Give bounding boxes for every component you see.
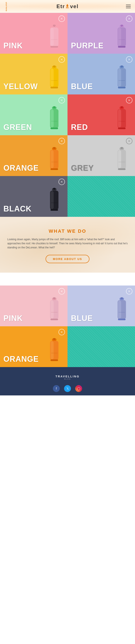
svg-rect-69 [51,341,54,359]
color-cell-black: ✕ BLACK [0,176,68,217]
bottle-pink2 [46,297,62,325]
close-button-blue2[interactable]: ✕ [126,288,132,294]
color-grid-2: ✕ PINK ✕ BLUE ✕ [0,286,135,367]
svg-rect-3 [51,28,54,46]
close-button-red[interactable]: ✕ [126,97,132,104]
svg-rect-22 [118,87,125,88]
what-we-do-section: WHAT WE DO Looking down again, Marty jum… [0,217,135,273]
color-label-yellow: YELLOW [4,82,38,91]
twitter-label: 𝕏 [66,387,69,390]
svg-rect-63 [118,300,121,318]
close-button-green[interactable]: ✕ [58,97,65,104]
footer-logo-area: TRAVELLING BLOG [0,371,135,382]
facebook-label: f [56,387,57,390]
svg-rect-33 [118,110,121,128]
footer-social-icons: f 𝕏 ◯ [0,382,135,396]
svg-point-49 [53,188,55,190]
svg-point-55 [53,297,55,299]
svg-rect-27 [51,110,54,128]
svg-rect-28 [51,128,58,129]
color-label-blue2: BLUE [71,314,93,323]
bottle-pink [46,25,62,52]
svg-point-25 [53,106,55,108]
close-button-pink[interactable]: ✕ [58,16,65,22]
svg-rect-34 [118,128,125,129]
menu-line-1 [126,5,131,5]
instagram-icon[interactable]: ◯ [75,385,82,392]
svg-point-1 [53,25,55,26]
svg-point-31 [121,106,123,108]
close-button-grey[interactable]: ✕ [126,138,132,144]
svg-rect-21 [118,69,121,87]
svg-point-61 [121,297,123,299]
close-button-black[interactable]: ✕ [58,178,65,185]
svg-rect-52 [51,209,58,210]
color-cell-teal2-empty [68,326,135,367]
bottle-orange2 [46,338,62,366]
twitter-icon[interactable]: 𝕏 [64,385,71,392]
footer-logo-text: TRAVELLING [55,375,80,378]
color-cell-pink: ✕ PINK [0,13,68,54]
svg-rect-57 [51,300,54,318]
instagram-label: ◯ [77,387,80,390]
color-cell-blue: ✕ BLUE [68,54,135,94]
logo: Etr♗vel [57,4,79,10]
menu-button[interactable] [126,5,131,8]
header: RUNLIFE® Etr♗vel [0,0,135,13]
what-we-do-text: Looking down again, Marty jumps off the … [7,238,128,250]
svg-rect-70 [51,359,58,361]
color-label-purple: PURPLE [71,41,104,50]
bottle-orange [46,147,62,175]
svg-point-43 [121,147,123,149]
color-cell-purple: ✕ PURPLE [68,13,135,54]
color-label-pink: PINK [4,41,23,50]
svg-rect-51 [51,191,54,209]
footer-logo-sub: BLOG [64,378,71,380]
footer: TRAVELLING BLOG f 𝕏 ◯ [0,367,135,396]
color-label-orange: ORANGE [4,164,39,172]
svg-rect-39 [51,150,54,168]
menu-line-2 [126,6,131,7]
menu-line-3 [126,8,131,8]
color-cell-grey: ✕ GREY [68,135,135,176]
close-button-purple[interactable]: ✕ [126,16,132,22]
bottle-red [113,106,130,134]
side-text: RUNLIFE® [6,2,7,11]
svg-rect-46 [118,168,125,170]
bottle-yellow [46,66,62,94]
color-cell-green: ✕ GREEN [0,94,68,135]
svg-rect-16 [51,87,58,88]
close-button-pink2[interactable]: ✕ [58,288,65,294]
close-button-orange[interactable]: ✕ [58,138,65,144]
svg-point-67 [53,338,55,340]
close-button-orange2[interactable]: ✕ [58,329,65,335]
svg-point-37 [53,147,55,149]
color-cell-yellow: ✕ YELLOW [0,54,68,94]
color-label-blue: BLUE [71,82,93,91]
more-about-button[interactable]: MORE ABOUT US [46,255,89,263]
close-button-yellow[interactable]: ✕ [58,56,65,63]
svg-rect-45 [118,150,121,168]
bottle-blue2 [113,297,130,325]
color-cell-orange2: ✕ ORANGE [0,326,68,367]
svg-rect-10 [118,46,125,48]
svg-rect-15 [51,69,54,87]
logo-antler: ♗ [65,4,70,10]
color-grid-1: ✕ PINK ✕ PURPLE ✕ [0,13,135,217]
svg-rect-9 [118,28,121,46]
facebook-icon[interactable]: f [53,385,60,392]
close-button-blue[interactable]: ✕ [126,56,132,63]
svg-rect-64 [118,318,125,320]
svg-rect-4 [51,46,58,48]
bottle-blue [113,66,130,94]
what-we-do-title: WHAT WE DO [49,228,86,234]
color-cell-red: ✕ RED [68,94,135,135]
bottle-green [46,106,62,134]
color-cell-teal-empty [68,176,135,217]
color-cell-orange: ✕ ORANGE [0,135,68,176]
color-label-green: GREEN [4,123,32,132]
color-cell-pink2: ✕ PINK [0,286,68,326]
spacer [0,273,135,286]
color-label-grey: GREY [71,164,94,172]
color-cell-blue2: ✕ BLUE [68,286,135,326]
